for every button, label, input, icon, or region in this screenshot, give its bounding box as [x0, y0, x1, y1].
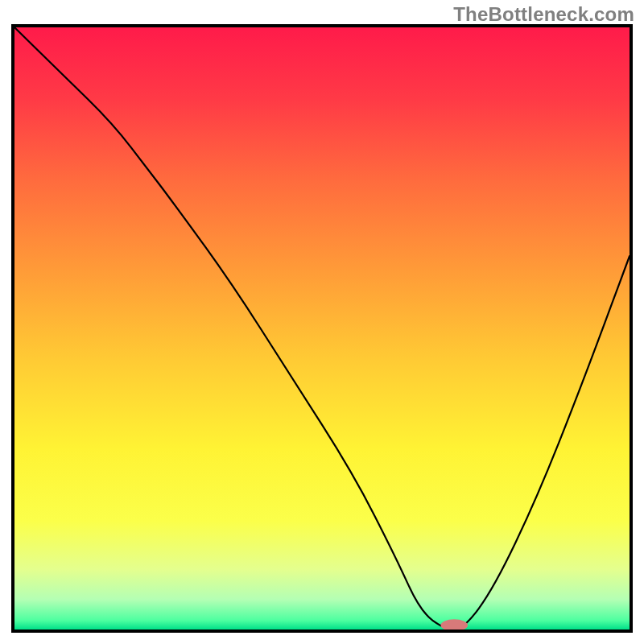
- plot-svg: [14, 27, 630, 630]
- plot-area: [11, 24, 633, 633]
- chart-frame: TheBottleneck.com: [0, 0, 644, 644]
- watermark-text: TheBottleneck.com: [453, 3, 634, 26]
